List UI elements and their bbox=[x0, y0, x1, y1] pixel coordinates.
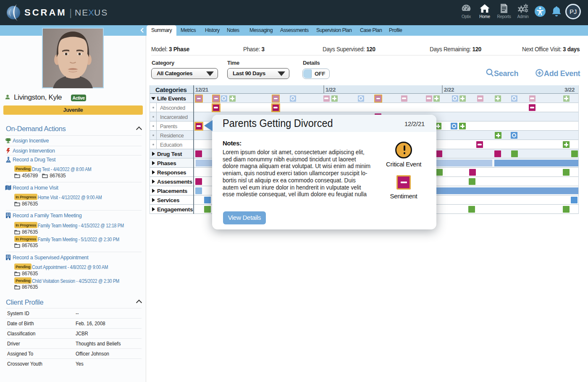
svg-text:|: | bbox=[69, 7, 72, 18]
svg-text:SCRAM: SCRAM bbox=[24, 7, 67, 18]
svg-text:US: US bbox=[94, 8, 108, 17]
svg-text:NE: NE bbox=[75, 8, 89, 17]
svg-text:X: X bbox=[88, 8, 94, 17]
